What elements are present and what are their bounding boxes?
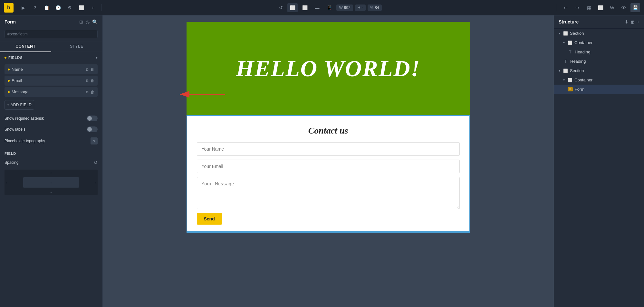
show-labels-row: Show labels [0, 124, 102, 135]
field-dot-2 [8, 80, 10, 82]
redo-icon[interactable]: ↪ [572, 3, 582, 12]
w-label: W [339, 5, 342, 10]
history-icon[interactable]: 🕐 [53, 3, 62, 12]
separator [101, 4, 101, 11]
undo-icon[interactable]: ↩ [561, 3, 571, 12]
spacing-label: Spacing [5, 160, 18, 165]
name-input[interactable] [197, 142, 460, 156]
structure-heading-1[interactable]: T Heading [554, 47, 644, 57]
wordpress-icon[interactable]: W [607, 3, 617, 12]
placeholder-typography-edit-button[interactable]: ✎ [91, 137, 98, 144]
height-box: H - [355, 5, 366, 11]
save-button[interactable]: 💾 [630, 3, 640, 12]
structure-label-section-1: Section [570, 31, 584, 36]
hero-section: HELLO WORLD! [187, 22, 470, 115]
structure-label-container-2: Container [574, 78, 592, 82]
list-item[interactable]: Name ⧉ 🗑 [5, 64, 98, 74]
fields-chevron-icon: ▾ [96, 55, 98, 60]
id-input-row [0, 27, 102, 41]
field-name-1: Name [12, 67, 23, 72]
field-name-3: Message [12, 89, 29, 94]
tablet-landscape-view-btn[interactable]: ⬜ [300, 3, 310, 12]
right-panel-scroll: ▾ ⬜ Section ▾ ⬜ Container T Heading T He… [554, 29, 644, 307]
show-required-toggle[interactable] [87, 116, 98, 121]
delete-icon-1[interactable]: 🗑 [91, 67, 94, 72]
preview-icon[interactable]: 👁 [619, 3, 629, 12]
field-dot-1 [8, 69, 10, 70]
send-button[interactable]: Send [197, 213, 222, 225]
right-panel-download-icon[interactable]: ⬇ [625, 19, 629, 24]
structure-section-2[interactable]: ▾ ⬜ Section [554, 66, 644, 75]
show-required-label: Show required asterisk [5, 116, 44, 121]
mobile-view-btn[interactable]: 📱 [324, 3, 334, 12]
left-panel-icons: ⊞ ◎ 🔍 [79, 19, 98, 24]
show-labels-toggle[interactable] [87, 126, 98, 132]
duplicate-icon-1[interactable]: ⧉ [86, 67, 89, 72]
structure-heading-2[interactable]: T Heading [554, 57, 644, 66]
right-panel-delete-icon[interactable]: 🗑 [630, 19, 635, 24]
list-item[interactable]: Message ⧉ 🗑 [5, 87, 98, 97]
elements-icon[interactable]: ⬜ [77, 3, 86, 12]
duplicate-icon-3[interactable]: ⧉ [86, 90, 89, 94]
structure-label-heading-2: Heading [570, 59, 586, 64]
structure-label-container-1: Container [574, 40, 592, 45]
show-required-asterisk-row: Show required asterisk [0, 113, 102, 124]
add-icon[interactable]: + [88, 3, 97, 12]
spacing-row: Spacing ↺ [0, 157, 102, 168]
layers-icon[interactable]: ⬜ [596, 3, 605, 12]
help-icon[interactable]: ? [30, 3, 39, 12]
panel-icon-2[interactable]: ◎ [86, 19, 90, 24]
collapse-icon-4: ▾ [563, 78, 565, 82]
list-item[interactable]: Email ⧉ 🗑 [5, 76, 98, 86]
container-icon-2: ⬜ [567, 78, 572, 82]
logo: b [4, 3, 14, 13]
delete-icon-2[interactable]: 🗑 [91, 79, 94, 83]
field-dot-3 [8, 91, 10, 93]
panel-icon-1[interactable]: ⊞ [79, 19, 83, 24]
show-labels-label: Show labels [5, 127, 25, 132]
right-panel-header: Structure ⬇ 🗑 + [554, 15, 644, 29]
clipboard-icon[interactable]: 📋 [42, 3, 51, 12]
section-icon-2: ⬜ [563, 69, 568, 73]
structure-container-2[interactable]: ▾ ⬜ Container [554, 75, 644, 85]
id-input[interactable] [5, 30, 98, 38]
spacing-preview: - - - - - [5, 170, 98, 195]
tablet-view-btn[interactable]: ▬ [312, 3, 322, 12]
zoom-box: % 84 [368, 5, 382, 11]
contact-title: Contact us [197, 126, 460, 136]
structure-section-1[interactable]: ▾ ⬜ Section [554, 29, 644, 38]
structure-label-section-2: Section [570, 68, 584, 73]
email-input[interactable] [197, 160, 460, 173]
content-tab[interactable]: CONTENT [0, 41, 51, 52]
right-panel-add-icon[interactable]: + [637, 19, 639, 24]
message-textarea[interactable] [197, 177, 460, 209]
settings-icon[interactable]: ⚙ [65, 3, 74, 12]
collapse-icon-3: ▾ [559, 69, 560, 72]
delete-icon-3[interactable]: 🗑 [91, 90, 94, 94]
form-tag: ≡ [568, 87, 573, 91]
field-section-title: FIELD [5, 152, 16, 155]
panel-search-icon[interactable]: 🔍 [92, 19, 98, 24]
collapse-icon-1: ▾ [559, 32, 560, 35]
style-tab[interactable]: STYLE [51, 41, 102, 52]
w-value: 992 [344, 5, 351, 10]
add-field-button[interactable]: + ADD FIELD [5, 100, 34, 110]
canvas-area: HELLO WORLD! Contact us Send [102, 15, 554, 307]
left-panel: Form ⊞ ◎ 🔍 CONTENT STYLE FIELDS ▾ [0, 15, 102, 307]
placeholder-typography-row: Placeholder typography ✎ [0, 135, 102, 147]
heading-icon-2: T [563, 59, 568, 64]
collapse-icon-2: ▾ [563, 41, 565, 44]
structure-label-form: Form [575, 87, 584, 92]
duplicate-icon-2[interactable]: ⧉ [86, 79, 89, 83]
h-label: H [358, 5, 360, 10]
desktop-view-btn[interactable]: ⬜ [287, 3, 298, 12]
structure-container-1[interactable]: ▾ ⬜ Container [554, 38, 644, 47]
fields-section-header[interactable]: FIELDS ▾ [0, 52, 102, 63]
refresh-icon[interactable]: ↺ [276, 3, 285, 12]
hero-title: HELLO WORLD! [236, 55, 420, 82]
layout-icon[interactable]: ▦ [584, 3, 594, 12]
spacing-reset-icon[interactable]: ↺ [94, 160, 98, 165]
separator2 [557, 4, 557, 11]
cursor-tool-icon[interactable]: ▶ [19, 3, 28, 12]
structure-form-item[interactable]: ≡ Form [554, 85, 644, 94]
